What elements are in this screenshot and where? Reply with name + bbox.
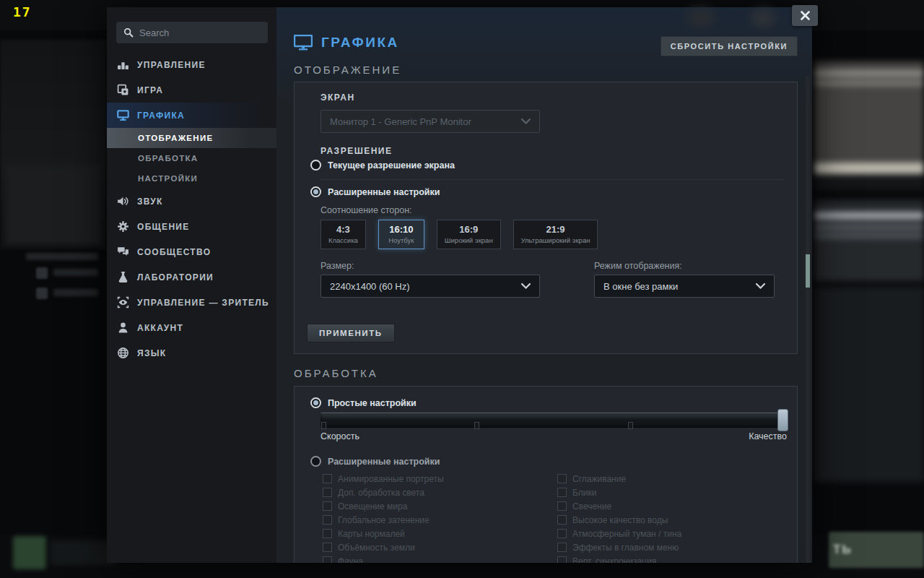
checkbox-additional-lighting[interactable]: Доп. обработка света xyxy=(323,486,444,499)
sidebar-item-controls[interactable]: УПРАВЛЕНИЕ xyxy=(107,52,276,77)
radio-label: Расширенные настройки xyxy=(328,187,440,197)
radio-advanced-resolution[interactable]: Расширенные настройки xyxy=(310,186,440,197)
play-button-blurred[interactable]: ТЬ xyxy=(829,532,924,568)
radio-current-resolution[interactable]: Текущее разрешение экрана xyxy=(310,160,455,171)
settings-dialog: УПРАВЛЕНИЕ ИГРА xyxy=(107,7,812,563)
radio-label: Расширенные настройки xyxy=(328,457,440,467)
sidebar-subitem-processing[interactable]: ОБРАБОТКА xyxy=(107,148,276,168)
reset-settings-button[interactable]: СБРОСИТЬ НАСТРОЙКИ xyxy=(661,36,798,56)
sidebar-subitem-options[interactable]: НАСТРОЙКИ xyxy=(107,168,276,189)
slider-labels: Скорость Качество xyxy=(321,431,787,441)
checkbox-box xyxy=(557,501,567,511)
slider-tick xyxy=(321,422,326,429)
flask-icon xyxy=(117,271,129,283)
aspect-21-9-button[interactable]: 21:9 Ультраширокий экран xyxy=(513,220,598,249)
checkbox-box xyxy=(323,501,332,511)
layered-windows-icon xyxy=(117,84,129,96)
aspect-16-9-button[interactable]: 16:9 Широкий экран xyxy=(437,220,501,249)
checkbox-world-lighting[interactable]: Освещение мира xyxy=(323,499,444,513)
aspect-16-10-button[interactable]: 16:10 Ноутбук xyxy=(378,220,424,249)
chat-bubbles-icon xyxy=(117,246,129,258)
checkbox-high-quality-water[interactable]: Высокое качество воды xyxy=(557,513,681,527)
monitor-select: Монитор 1 - Generic PnP Monitor xyxy=(321,110,540,133)
scrollbar-track[interactable] xyxy=(806,76,810,563)
background-news-text xyxy=(814,225,924,230)
settings-sidebar: УПРАВЛЕНИЕ ИГРА xyxy=(107,7,276,563)
sidebar-item-graphics[interactable]: ГРАФИКА xyxy=(107,103,276,128)
sidebar-item-labs[interactable]: ЛАБОРАТОРИИ xyxy=(107,264,276,290)
checkbox-ground-parallax[interactable]: Объёмность земли xyxy=(323,540,444,554)
size-select[interactable]: 2240x1400 (60 Hz) xyxy=(321,275,540,298)
checkbox-normal-maps[interactable]: Карты нормалей xyxy=(323,527,444,540)
slider-track[interactable] xyxy=(321,413,787,428)
checkbox-box xyxy=(557,515,567,525)
sidebar-item-account[interactable]: АККАУНТ xyxy=(107,315,276,340)
sidebar-item-game[interactable]: ИГРА xyxy=(107,77,276,103)
aspect-ratio-buttons: 4:3 Классика 16:10 Ноутбук 16:9 Широкий … xyxy=(321,220,598,249)
background-avatar-blob xyxy=(751,9,775,27)
background-list-row xyxy=(53,289,98,296)
play-button-label: ТЬ xyxy=(833,543,853,557)
background-list-row xyxy=(53,269,98,276)
slider-left-label: Скорость xyxy=(321,431,359,441)
advanced-options-left-column: Анимированные портреты Доп. обработка св… xyxy=(323,472,444,563)
advanced-options-right-column: Сглаживание Блики Свечение Высокое качес… xyxy=(557,472,681,563)
checkbox-glow[interactable]: Свечение xyxy=(557,499,681,513)
background-news-card xyxy=(814,61,924,163)
checkbox-box xyxy=(323,556,332,563)
quality-slider[interactable] xyxy=(321,413,787,428)
checkbox-main-menu-effects[interactable]: Эффекты в главном меню xyxy=(557,540,681,554)
display-mode-select[interactable]: В окне без рамки xyxy=(594,275,775,298)
checkbox-box xyxy=(557,529,567,538)
search-box[interactable] xyxy=(116,22,268,43)
background-news-text xyxy=(814,80,924,86)
screen-label: ЭКРАН xyxy=(321,92,355,103)
background-news-banner xyxy=(814,163,924,174)
display-section: ЭКРАН Монитор 1 - Generic PnP Monitor РА… xyxy=(294,82,798,354)
sidebar-item-community[interactable]: СООБЩЕСТВО xyxy=(107,239,276,264)
sidebar-subitem-display[interactable]: ОТОБРАЖЕНИЕ xyxy=(107,128,276,148)
slider-handle[interactable] xyxy=(777,409,788,431)
background-news-card xyxy=(814,287,924,482)
checkbox-animated-portraits[interactable]: Анимированные портреты xyxy=(323,472,444,486)
aspect-ratio-label: Соотношение сторон: xyxy=(321,205,412,215)
scrollbar-thumb[interactable] xyxy=(806,254,810,288)
resolution-label: РАЗРЕШЕНИЕ xyxy=(321,146,393,156)
sidebar-item-sound[interactable]: ЗВУК xyxy=(107,189,276,214)
close-button[interactable] xyxy=(792,5,818,26)
checkbox-box xyxy=(323,543,332,552)
radio-circle xyxy=(310,456,321,467)
sidebar-item-label: ЛАБОРАТОРИИ xyxy=(137,272,214,282)
background-avatar-blob xyxy=(687,7,715,27)
checkbox-atmospheric-fog[interactable]: Атмосферный туман / тина xyxy=(557,527,681,540)
checkbox-specular[interactable]: Блики xyxy=(557,486,681,499)
sidebar-item-label: ЗВУК xyxy=(137,197,163,207)
chevron-down-icon xyxy=(521,118,531,124)
radio-advanced-settings[interactable]: Расширенные настройки xyxy=(310,456,440,467)
checkbox-ambient-occlusion[interactable]: Глобальное затенение xyxy=(323,513,444,527)
speaker-icon xyxy=(117,195,129,207)
checkbox-antialiasing[interactable]: Сглаживание xyxy=(557,472,681,486)
close-icon xyxy=(801,11,810,20)
sidebar-item-communication[interactable]: ОБЩЕНИЕ xyxy=(107,214,276,239)
slider-tick xyxy=(628,422,633,429)
eye-in-brackets-icon xyxy=(117,296,129,309)
background-news-text xyxy=(814,212,924,220)
sidebar-item-language[interactable]: ЯЗЫК xyxy=(107,340,276,366)
search-input[interactable] xyxy=(139,27,266,38)
radio-circle xyxy=(310,160,321,171)
checkbox-vsync[interactable]: Верт. синхронизация xyxy=(557,554,681,563)
sidebar-subitem-label: ОБРАБОТКА xyxy=(138,154,198,163)
checkbox-box xyxy=(557,488,567,497)
sidebar-item-spectator-controls[interactable]: УПРАВЛЕНИЕ — ЗРИТЕЛЬ xyxy=(107,290,276,315)
checkbox-grass[interactable]: Фауна xyxy=(323,554,444,563)
radio-simple-settings[interactable]: Простые настройки xyxy=(310,397,417,408)
slider-right-label: Качество xyxy=(749,431,787,441)
screen: 17 ТЬ xyxy=(0,0,924,578)
apply-button[interactable]: ПРИМЕНИТЬ xyxy=(307,324,395,342)
settings-nav: УПРАВЛЕНИЕ ИГРА xyxy=(107,52,276,366)
search-icon xyxy=(123,27,134,38)
aspect-4-3-button[interactable]: 4:3 Классика xyxy=(321,220,366,249)
background-hero-card xyxy=(6,165,101,244)
chevron-down-icon xyxy=(756,283,765,289)
